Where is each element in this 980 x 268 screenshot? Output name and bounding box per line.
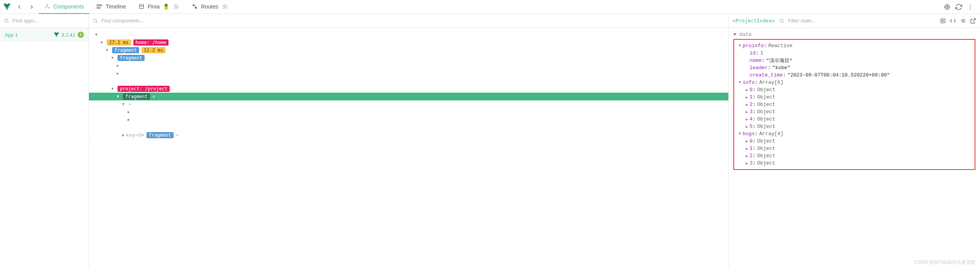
warning-badge[interactable]: ! — [78, 32, 84, 38]
state-row[interactable]: create_time:"2023-09-07T00:04:10.520220+… — [737, 71, 971, 79]
svg-point-2 — [48, 7, 49, 8]
nav-back-button[interactable] — [14, 2, 25, 12]
nav-forward-button[interactable] — [26, 2, 37, 12]
expand-arrow-icon[interactable]: ▼ — [737, 44, 743, 48]
svg-rect-22 — [941, 19, 945, 23]
expand-arrow-icon[interactable]: ▼ — [94, 33, 99, 37]
tree-node[interactable]: ▼fragment12.2 ms — [89, 46, 728, 54]
state-value: Object — [757, 87, 775, 93]
apps-search-input[interactable] — [12, 18, 85, 24]
expand-arrow-icon[interactable]: ▶ — [744, 117, 750, 122]
apps-panel: App 1 3.2.41 ! — [0, 14, 89, 268]
expand-arrow-icon[interactable]: ▶ — [744, 124, 750, 129]
state-row[interactable]: ▶0:Object — [737, 137, 971, 145]
expand-arrow-icon[interactable]: ▼ — [737, 132, 743, 136]
app-list-item[interactable]: App 1 3.2.41 ! — [0, 28, 89, 42]
expand-arrow-icon[interactable]: ▼ — [104, 48, 110, 53]
state-row[interactable]: ▼proinfo:Reactive — [737, 42, 971, 49]
state-row[interactable]: ▶5:Object — [737, 123, 971, 130]
component-tree: ▼▼27.2 mshome: /home▼fragment12.2 ms▼fra… — [89, 28, 728, 268]
components-search-input[interactable] — [101, 18, 724, 24]
refresh-icon[interactable] — [955, 3, 962, 10]
state-row[interactable]: ▶3:Object — [737, 108, 971, 115]
state-value: Object — [757, 102, 775, 107]
expand-arrow-icon[interactable]: ▶ — [744, 161, 750, 166]
pinia-emoji-icon: 🍍 — [163, 3, 169, 10]
tab-timeline[interactable]: Timeline — [91, 0, 131, 14]
state-key: 2 — [750, 102, 753, 107]
state-row[interactable]: ▼info:Array[6] — [737, 79, 971, 86]
expand-arrow-icon[interactable]: ▶ — [121, 133, 126, 137]
expand-arrow-icon[interactable]: ▼ — [110, 87, 115, 91]
expand-arrow-icon[interactable]: ▶ — [115, 63, 121, 68]
state-row[interactable]: ▶1:Object — [737, 93, 971, 101]
expand-arrow-icon[interactable]: ▶ — [744, 139, 750, 144]
tree-node[interactable]: ▶ — [89, 62, 728, 70]
expand-arrow-icon[interactable]: ▼ — [99, 41, 104, 45]
tab-components[interactable]: Components — [39, 0, 89, 14]
expand-arrow-icon[interactable]: ▶ — [744, 146, 750, 151]
expand-arrow-icon[interactable]: ▶ — [126, 117, 131, 122]
expand-arrow-icon[interactable]: ▶ — [744, 154, 750, 158]
state-key: create_time — [750, 72, 783, 78]
list-icon[interactable] — [960, 18, 966, 24]
tab-routes[interactable]: Routes — [186, 0, 233, 14]
state-row[interactable]: ▶1:Object — [737, 145, 971, 152]
tab-pinia[interactable]: Pinia 🍍 — [133, 0, 185, 14]
expand-arrow-icon[interactable]: ▶ — [744, 88, 750, 92]
state-row[interactable]: ▶4:Object — [737, 115, 971, 123]
state-row[interactable]: ▶3:Object — [737, 159, 971, 167]
state-row[interactable]: name:"演示项目" — [737, 57, 971, 64]
more-icon[interactable] — [967, 3, 974, 10]
state-value: Object — [757, 146, 775, 151]
state-row[interactable]: ▶2:Object — [737, 101, 971, 108]
tree-node[interactable]: ▶ — [89, 108, 728, 116]
expand-arrow-icon[interactable]: ▼ — [121, 102, 126, 107]
state-value: Array[6] — [759, 80, 783, 85]
state-row[interactable]: ▶0:Object — [737, 86, 971, 93]
tree-node[interactable]: ▼ — [89, 31, 728, 39]
tree-node[interactable]: ▼27.2 mshome: /home — [89, 39, 728, 46]
expand-arrow-icon[interactable]: ▶ — [115, 71, 121, 76]
svg-point-16 — [5, 19, 8, 22]
tab-label: Timeline — [106, 3, 126, 10]
timeline-icon — [96, 3, 102, 10]
tree-node[interactable]: ▼fragment= — [89, 93, 728, 100]
state-row[interactable]: ▶2:Object — [737, 152, 971, 159]
svg-rect-3 — [97, 5, 102, 6]
state-filter-input[interactable] — [788, 18, 936, 24]
code-icon[interactable] — [950, 18, 956, 24]
state-row[interactable]: ▼bugs:Array[4] — [737, 130, 971, 137]
tree-node[interactable]: ▶ — [89, 116, 728, 124]
tree-node[interactable] — [89, 77, 728, 85]
state-section-header[interactable]: ▼ data — [733, 32, 975, 37]
state-value: Object — [757, 94, 775, 100]
state-key: 0 — [750, 138, 753, 144]
expand-arrow-icon[interactable]: ▶ — [744, 102, 750, 107]
expand-arrow-icon[interactable]: ▶ — [744, 95, 750, 100]
svg-line-19 — [97, 22, 98, 23]
expand-arrow-icon[interactable]: ▶ — [744, 110, 750, 114]
expand-arrow-icon[interactable]: ▼ — [737, 80, 743, 85]
tree-node[interactable]: ▼= — [89, 100, 728, 108]
tree-node[interactable]: ▼project: /project — [89, 85, 728, 93]
state-key: bugs — [743, 131, 755, 137]
target-icon[interactable] — [944, 3, 951, 10]
state-row[interactable]: id:1 — [737, 49, 971, 57]
tree-node[interactable] — [89, 124, 728, 131]
open-external-icon[interactable] — [970, 18, 976, 24]
vue-version: 3.2.41 — [61, 32, 75, 38]
equals-indicator: = — [152, 94, 155, 100]
tree-node[interactable]: ▶key=0>fragment= — [89, 131, 728, 139]
scroll-to-icon[interactable] — [940, 18, 946, 24]
expand-arrow-icon[interactable]: ▼ — [110, 56, 115, 60]
state-value: "kobe" — [772, 65, 791, 71]
puzzle-icon — [173, 3, 179, 10]
state-key: id — [750, 50, 756, 56]
panel-collapse-handle[interactable]: ‹ — [89, 133, 92, 149]
expand-arrow-icon[interactable]: ▶ — [126, 110, 131, 114]
expand-arrow-icon[interactable]: ▼ — [115, 95, 121, 99]
tree-node[interactable]: ▶ — [89, 70, 728, 77]
tree-node[interactable]: ▼fragment — [89, 54, 728, 62]
state-row[interactable]: leader:"kobe" — [737, 64, 971, 71]
